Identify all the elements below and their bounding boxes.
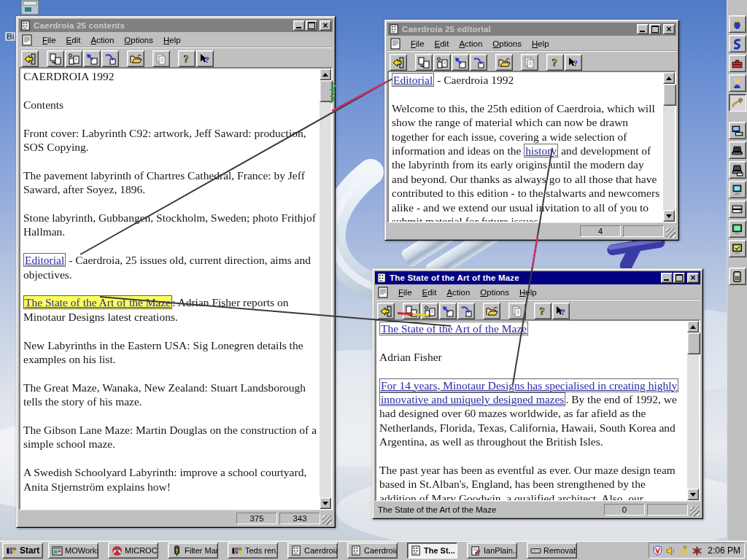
disk-stack-icon-button[interactable] <box>729 201 746 218</box>
start-link-button[interactable] <box>439 303 457 319</box>
menu-edit[interactable]: Edit <box>430 38 454 50</box>
paste-selection-button[interactable] <box>421 303 438 319</box>
end-link-button[interactable] <box>101 50 119 67</box>
hyperlink[interactable]: The State of the Art of the Maze <box>23 295 172 309</box>
context-help-button[interactable]: ? <box>565 54 582 71</box>
vertical-scrollbar[interactable] <box>663 72 675 222</box>
document-text[interactable]: Editorial - Caerdroia 1992Welcome to thi… <box>389 72 663 222</box>
open-document-button[interactable] <box>127 50 144 67</box>
help-button[interactable]: ? <box>546 54 564 71</box>
desktop-icon-label[interactable]: Bi <box>5 32 15 41</box>
exit-button[interactable] <box>377 303 395 319</box>
copy-selection-button[interactable] <box>415 54 433 71</box>
vertical-scrollbar[interactable] <box>320 69 331 509</box>
monitor-icon-button[interactable] <box>729 181 746 198</box>
scanner-icon[interactable] <box>692 545 703 556</box>
taskbar-button-caerdroia[interactable]: Caerdroia... <box>347 542 398 559</box>
exit-button[interactable] <box>390 54 407 71</box>
help-button[interactable]: ? <box>534 303 551 319</box>
maximize-button[interactable] <box>306 20 317 31</box>
cable-icon-button[interactable] <box>729 94 746 112</box>
taskbar-button-removab[interactable]: Removab... <box>527 542 577 559</box>
copy-button[interactable] <box>152 50 170 67</box>
vertical-scrollbar[interactable] <box>687 321 699 500</box>
menu-action[interactable]: Action <box>441 287 475 298</box>
end-link-button[interactable] <box>457 303 475 319</box>
laptop-disk-icon-button[interactable] <box>729 161 746 179</box>
open-document-button[interactable] <box>495 54 513 71</box>
scroll-down-button[interactable] <box>687 489 699 500</box>
start-button[interactable]: Start <box>2 542 43 559</box>
menu-options[interactable]: Options <box>487 38 527 50</box>
copy-button[interactable] <box>521 54 538 71</box>
menu-file[interactable]: File <box>393 287 417 298</box>
taskbar-button-the-st[interactable]: The St... <box>407 542 457 559</box>
toolbox-icon-button[interactable] <box>729 55 746 72</box>
hyperlink[interactable]: Editorial <box>23 253 66 267</box>
scroll-down-button[interactable] <box>320 497 331 509</box>
resize-grip[interactable] <box>322 516 332 525</box>
menu-help[interactable]: Help <box>527 38 554 50</box>
window-titlebar[interactable]: Caerdroia 25 contents × <box>19 19 333 32</box>
coil-icon-button[interactable] <box>729 35 746 52</box>
agent-icon[interactable] <box>678 545 689 556</box>
start-link-button[interactable] <box>452 54 469 71</box>
scroll-up-button[interactable] <box>687 321 699 332</box>
terminal-check-icon-button[interactable] <box>729 240 746 257</box>
copy-button[interactable] <box>508 303 526 319</box>
paste-selection-button[interactable] <box>65 50 82 67</box>
close-button[interactable]: × <box>687 273 699 283</box>
document-page-icon[interactable] <box>376 287 390 298</box>
resize-grip[interactable] <box>690 507 700 516</box>
help-button[interactable]: ? <box>178 50 196 67</box>
menu-action[interactable]: Action <box>454 38 487 50</box>
resize-grip[interactable] <box>666 228 676 238</box>
taskbar-button-microc[interactable]: MICROC... <box>108 542 158 559</box>
menu-options[interactable]: Options <box>119 34 158 46</box>
copy-selection-button[interactable] <box>47 50 64 67</box>
speaker-icon[interactable] <box>665 545 676 556</box>
menu-file[interactable]: File <box>37 34 61 46</box>
window-titlebar[interactable]: Caerdroia 25 editorial × <box>387 23 676 36</box>
paste-selection-button[interactable] <box>433 54 451 71</box>
menu-help[interactable]: Help <box>158 34 186 46</box>
menu-file[interactable]: File <box>406 38 430 50</box>
context-help-button[interactable]: ? <box>196 50 214 67</box>
figure-icon-button[interactable] <box>729 74 746 92</box>
document-page-icon[interactable] <box>389 38 402 50</box>
scrollbar-thumb[interactable] <box>320 80 333 102</box>
menu-help[interactable]: Help <box>514 287 542 298</box>
hyperlink[interactable]: Editorial <box>392 73 434 87</box>
copy-selection-button[interactable] <box>403 303 420 319</box>
scroll-up-button[interactable] <box>663 72 675 84</box>
hyperlink[interactable]: history <box>524 144 558 158</box>
laptop-icon-button[interactable] <box>729 141 746 159</box>
computer-disk-icon-button[interactable] <box>729 122 746 139</box>
taskbar-button-filter-man[interactable]: Filter Man... <box>168 542 218 559</box>
close-button[interactable]: × <box>320 20 331 31</box>
shield-icon[interactable] <box>652 545 663 556</box>
hyperlink[interactable]: The State of the Art of the Maze <box>379 322 528 335</box>
maximize-button[interactable] <box>649 24 661 34</box>
minimize-button[interactable] <box>293 20 305 31</box>
taskbar-button-teds-ren[interactable]: Teds ren... <box>228 542 278 559</box>
menu-action[interactable]: Action <box>85 34 119 46</box>
document-page-icon[interactable] <box>20 34 34 46</box>
exit-button[interactable] <box>21 50 39 67</box>
menu-edit[interactable]: Edit <box>417 287 442 298</box>
menu-options[interactable]: Options <box>475 287 514 298</box>
phone-icon-button[interactable] <box>729 268 746 285</box>
scrollbar-thumb[interactable] <box>663 84 676 106</box>
context-help-button[interactable]: ? <box>552 303 570 319</box>
scrollbar-thumb[interactable] <box>687 332 700 354</box>
open-document-button[interactable] <box>483 303 500 319</box>
minimize-button[interactable] <box>637 24 649 34</box>
desktop-device-icon[interactable] <box>20 0 40 15</box>
minimize-button[interactable] <box>661 273 673 283</box>
document-text[interactable]: CAERDROIA 1992ContentsFront cover: Labyr… <box>20 69 320 509</box>
start-link-button[interactable] <box>83 50 101 67</box>
taskbar-button-caerdroia[interactable]: Caerdroia... <box>287 542 338 559</box>
green-terminal-icon-button[interactable] <box>729 220 746 238</box>
close-button[interactable]: × <box>663 24 675 34</box>
taskbar-button-moworks[interactable]: MOWorks <box>48 542 98 559</box>
